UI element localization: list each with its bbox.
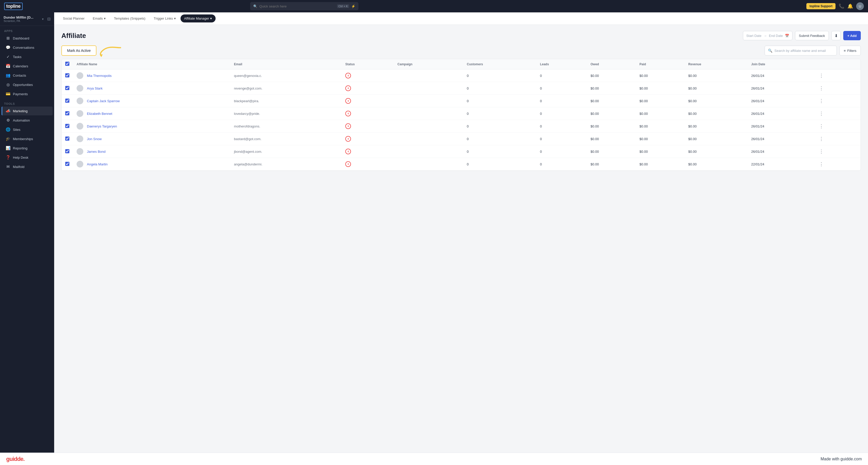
row-checkbox[interactable] bbox=[65, 73, 69, 78]
affiliate-search-field[interactable]: 🔍 bbox=[765, 46, 837, 56]
payments-icon: 💳 bbox=[6, 92, 10, 96]
filter-icon: ≡ bbox=[844, 49, 846, 53]
row-revenue: $0.00 bbox=[685, 158, 748, 171]
sidebar-item-automation[interactable]: ⚙ Automation bbox=[2, 116, 53, 125]
row-checkbox[interactable] bbox=[65, 98, 69, 103]
sidebar-item-conversations[interactable]: 💬 Conversations bbox=[2, 43, 53, 52]
row-paid: $0.00 bbox=[636, 145, 685, 158]
row-more-button[interactable]: ⋮ bbox=[817, 136, 825, 142]
affiliate-name-link[interactable]: Arya Stark bbox=[87, 86, 103, 90]
row-more-button[interactable]: ⋮ bbox=[817, 161, 825, 168]
phone-icon[interactable]: 📞 bbox=[839, 3, 844, 9]
filters-button[interactable]: ≡ Filters bbox=[839, 46, 861, 56]
select-all-checkbox[interactable] bbox=[65, 62, 69, 66]
row-checkbox[interactable] bbox=[65, 162, 69, 166]
row-more-button[interactable]: ⋮ bbox=[817, 123, 825, 129]
top-nav: topline 🔍 Ctrl + K ⚡ topline Support 📞 🔔… bbox=[0, 0, 868, 12]
sidebar-item-reporting[interactable]: 📊 Reporting bbox=[2, 144, 53, 152]
row-status: ⏸ bbox=[342, 133, 394, 145]
sidebar-item-payments[interactable]: 💳 Payments bbox=[2, 90, 53, 98]
sidebar-item-sites[interactable]: 🌐 Sites bbox=[2, 125, 53, 134]
affiliate-name-link[interactable]: Captain Jack Sparrow bbox=[87, 99, 120, 103]
row-checkbox[interactable] bbox=[65, 124, 69, 128]
row-paid: $0.00 bbox=[636, 107, 685, 120]
row-email: jbond@agent.com. bbox=[230, 145, 342, 158]
subnav-affiliate-manager[interactable]: Affiliate Manager ▾ bbox=[181, 14, 216, 23]
sidebar-item-marketing[interactable]: 📣 Marketing bbox=[2, 107, 53, 115]
sidebar-item-label: Payments bbox=[13, 92, 28, 96]
date-range-picker[interactable]: Start Date → End Date 📅 bbox=[743, 31, 793, 40]
row-customers: 0 bbox=[463, 69, 536, 82]
row-owed: $0.00 bbox=[587, 107, 636, 120]
row-more-button[interactable]: ⋮ bbox=[817, 97, 825, 104]
download-button[interactable]: ⬇ bbox=[831, 31, 841, 40]
row-more-cell: ⋮ bbox=[814, 69, 861, 82]
sidebar-item-label: Automation bbox=[13, 118, 30, 122]
th-campaign: Campaign bbox=[394, 59, 463, 69]
row-more-button[interactable]: ⋮ bbox=[817, 72, 825, 79]
row-more-button[interactable]: ⋮ bbox=[817, 85, 825, 92]
subnav-emails[interactable]: Emails ▾ bbox=[89, 14, 109, 23]
row-email: angela@dundermi. bbox=[230, 158, 342, 171]
workspace-selector[interactable]: Dunder Mifflin [D... Scranton, PA ▾ ⊟ bbox=[0, 12, 54, 26]
row-more-button[interactable]: ⋮ bbox=[817, 110, 825, 117]
affiliate-name-link[interactable]: Angela Martin bbox=[87, 162, 107, 166]
row-checkbox-cell bbox=[62, 133, 73, 145]
affiliate-name-link[interactable]: Jon Snow bbox=[87, 137, 102, 141]
lightning-icon: ⚡ bbox=[351, 4, 355, 8]
row-campaign bbox=[394, 107, 463, 120]
workspace-name: Dunder Mifflin [D... bbox=[4, 16, 33, 19]
add-button[interactable]: + Add bbox=[843, 31, 861, 40]
subnav-trigger-links[interactable]: Trigger Links ▾ bbox=[150, 14, 180, 23]
subnav-label: Emails bbox=[93, 17, 103, 20]
row-campaign bbox=[394, 95, 463, 107]
row-checkbox[interactable] bbox=[65, 137, 69, 141]
row-more-button[interactable]: ⋮ bbox=[817, 148, 825, 155]
support-button[interactable]: topline Support bbox=[806, 3, 836, 9]
sidebar-item-mailfold[interactable]: ✉ Mailfold bbox=[2, 162, 53, 171]
subnav-templates[interactable]: Templates (Snippets) bbox=[111, 14, 149, 23]
header-actions: Start Date → End Date 📅 Submit Feedback … bbox=[743, 31, 861, 40]
bell-icon[interactable]: 🔔 bbox=[847, 3, 853, 9]
sidebar-item-dashboard[interactable]: ⊞ Dashboard bbox=[2, 34, 53, 42]
row-leads: 0 bbox=[536, 107, 587, 120]
affiliate-name-link[interactable]: Daenerys Targaryen bbox=[87, 124, 117, 128]
row-paid: $0.00 bbox=[636, 82, 685, 95]
sidebar-item-memberships[interactable]: 🎓 Memberships bbox=[2, 135, 53, 143]
row-checkbox[interactable] bbox=[65, 86, 69, 90]
avatar[interactable]: U bbox=[856, 2, 864, 10]
affiliate-name-link[interactable]: Mia Thermopolis bbox=[87, 74, 112, 78]
tasks-icon: ✓ bbox=[6, 54, 10, 59]
table-row: James Bond jbond@agent.com. ⏸ 0 0 $0.00 … bbox=[62, 145, 861, 158]
row-customers: 0 bbox=[463, 158, 536, 171]
sidebar-item-opportunities[interactable]: ◎ Opportunities bbox=[2, 80, 53, 89]
sidebar-item-tasks[interactable]: ✓ Tasks bbox=[2, 52, 53, 61]
affiliate-search-input[interactable] bbox=[774, 49, 833, 53]
row-leads: 0 bbox=[536, 133, 587, 145]
row-leads: 0 bbox=[536, 82, 587, 95]
automation-icon: ⚙ bbox=[6, 118, 10, 122]
row-join-date: 26/01/24 bbox=[748, 82, 814, 95]
sidebar-item-label: Sites bbox=[13, 128, 20, 132]
row-checkbox[interactable] bbox=[65, 111, 69, 115]
sidebar-item-label: Contacts bbox=[13, 74, 26, 78]
feedback-button[interactable]: Submit Feedback bbox=[795, 31, 829, 40]
sidebar-item-calendars[interactable]: 📅 Calendars bbox=[2, 62, 53, 70]
row-checkbox[interactable] bbox=[65, 149, 69, 153]
sidebar-item-helpdesk[interactable]: ❓ Help Desk bbox=[2, 153, 53, 162]
row-customers: 0 bbox=[463, 133, 536, 145]
affiliate-name-link[interactable]: Elizabeth Bennet bbox=[87, 112, 112, 116]
svg-marker-0 bbox=[100, 54, 103, 57]
sidebar-item-contacts[interactable]: 👥 Contacts bbox=[2, 71, 53, 80]
sidebar-toggle-icon[interactable]: ⊟ bbox=[47, 17, 51, 22]
search-bar[interactable]: 🔍 Ctrl + K ⚡ bbox=[250, 2, 359, 10]
mark-active-button[interactable]: Mark As Active bbox=[61, 46, 96, 56]
subnav-social-planner[interactable]: Social Planner bbox=[59, 14, 88, 23]
row-revenue: $0.00 bbox=[685, 69, 748, 82]
sub-nav: Social Planner Emails ▾ Templates (Snipp… bbox=[54, 12, 868, 25]
row-leads: 0 bbox=[536, 120, 587, 133]
row-email: motherofdragons. bbox=[230, 120, 342, 133]
status-paused-icon: ⏸ bbox=[345, 73, 351, 79]
affiliate-name-link[interactable]: James Bond bbox=[87, 150, 105, 153]
search-input[interactable] bbox=[259, 4, 335, 8]
